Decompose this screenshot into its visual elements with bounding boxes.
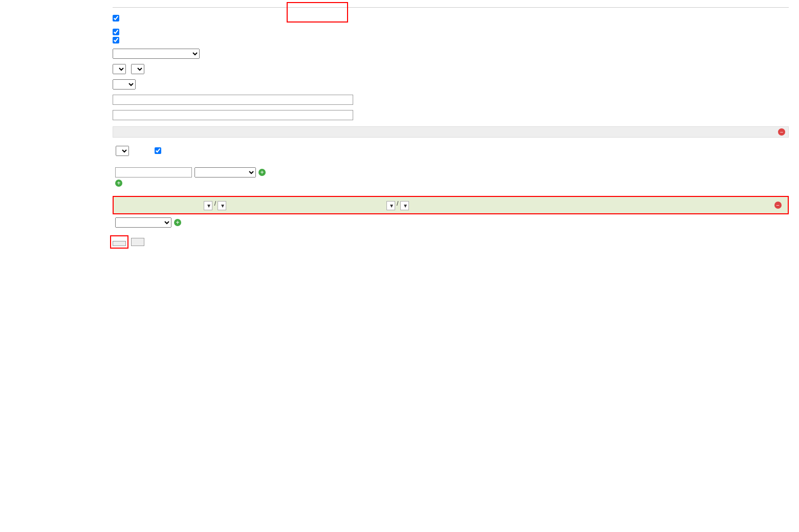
cached-min-select[interactable]: ▾ (386, 201, 395, 210)
blobstore-select[interactable] (113, 49, 200, 59)
cb-inmem[interactable] (113, 37, 119, 43)
cached-max-select[interactable]: ▾ (400, 201, 409, 210)
expire-server-input[interactable] (113, 95, 353, 105)
add-filter-icon[interactable]: + (258, 169, 266, 176)
tabs (113, 7, 789, 8)
add-grid-subset-select[interactable] (115, 217, 171, 228)
add-filter-input[interactable] (115, 167, 192, 178)
metatile-wide-select[interactable] (113, 64, 126, 74)
remove-gridset-icon[interactable]: − (774, 202, 782, 209)
cancel-button[interactable] (131, 238, 144, 246)
expire-client-input[interactable] (113, 110, 353, 120)
remove-styles-icon[interactable]: − (778, 128, 785, 136)
gridset-row: ▾ / ▾ ▾ / ▾ − (113, 196, 788, 214)
add-style-filter-icon[interactable]: + (115, 180, 122, 187)
save-button[interactable] (113, 241, 126, 246)
default-style-select[interactable] (116, 146, 129, 156)
cb-create-cached[interactable] (113, 15, 119, 21)
cb-all-styles[interactable] (155, 147, 161, 154)
add-filter-select[interactable] (195, 167, 256, 178)
gridset-table: ▾ / ▾ ▾ / ▾ − (113, 192, 789, 214)
metatile-high-select[interactable] (131, 64, 144, 74)
published-min-select[interactable]: ▾ (204, 201, 212, 210)
published-max-select[interactable]: ▾ (218, 201, 226, 210)
main-content: − + + (102, 0, 799, 267)
gutter-select[interactable] (113, 79, 136, 90)
add-grid-subset-icon[interactable]: + (174, 219, 181, 226)
cb-enable-tile[interactable] (113, 29, 119, 35)
sidebar (0, 0, 102, 267)
